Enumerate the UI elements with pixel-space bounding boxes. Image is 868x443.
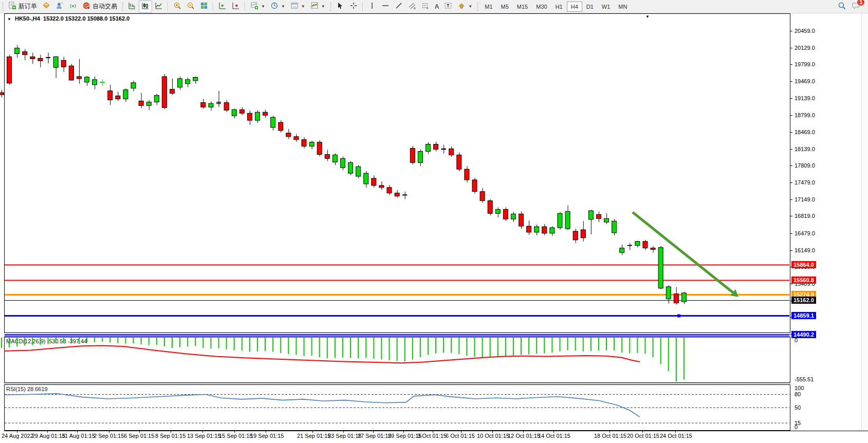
price-axis-label: 18139.0 (795, 146, 815, 152)
timeframe-button-d1[interactable]: D1 (582, 2, 598, 12)
candlestick-chart-button[interactable] (139, 1, 152, 13)
time-axis-tick (17, 431, 17, 433)
cursor-button[interactable] (334, 1, 347, 13)
new-chart-icon (250, 2, 258, 11)
timeframe-button-m1[interactable]: M1 (481, 2, 496, 12)
templates-dropdown[interactable]: ▼ (288, 1, 308, 13)
text-label-icon: T (444, 2, 452, 11)
bar-chart-icon (128, 2, 136, 11)
indicators-dropdown[interactable]: ▼ (308, 1, 328, 13)
timeframe-button-m30[interactable]: M30 (532, 2, 551, 12)
toolbar-grip[interactable] (330, 3, 331, 11)
time-axis-tick (47, 431, 48, 433)
arrows-icon (457, 2, 466, 11)
tile-windows-button[interactable] (197, 1, 211, 13)
trendline-icon (395, 2, 403, 11)
time-axis-tick (312, 431, 313, 433)
text-button[interactable]: A (432, 1, 442, 13)
price-axis-label: 19139.0 (795, 95, 815, 101)
price-axis-tick (790, 64, 792, 65)
chevron-down-icon: ▼ (321, 4, 325, 9)
profiles-dropdown[interactable]: ▼ (268, 1, 288, 13)
time-axis-tick (139, 431, 140, 433)
new-order-button[interactable]: 新订单 (6, 1, 40, 13)
market-watch-button[interactable] (40, 1, 53, 13)
macd-pane[interactable] (4, 337, 790, 383)
price-axis-tick (790, 48, 792, 48)
toolbar-separator (245, 2, 246, 11)
toolbar-grip[interactable] (122, 3, 123, 11)
chevron-down-icon: ▼ (301, 4, 305, 9)
indicators-icon (310, 2, 319, 11)
channel-icon: E (408, 2, 416, 11)
zoom-out-button[interactable] (184, 1, 197, 13)
pane-splitter[interactable] (4, 334, 790, 335)
gold-box-icon (42, 2, 50, 11)
price-axis-label: 17479.0 (795, 179, 815, 186)
time-axis-tick (642, 431, 643, 433)
rsi-pane[interactable] (4, 384, 790, 431)
toolbar-separator (213, 2, 214, 11)
timeframe-button-h1[interactable]: H1 (551, 2, 567, 12)
crosshair-button[interactable] (347, 1, 360, 13)
fibonacci-icon: F (421, 2, 430, 11)
price-tag-15162.0: 15162.0 (791, 297, 816, 304)
price-axis-tick (790, 81, 792, 82)
rsi-axis-label: 80 (795, 391, 801, 397)
timeframe-button-m15[interactable]: M15 (513, 2, 532, 12)
template-icon (290, 2, 299, 11)
price-axis-label: 19799.0 (795, 61, 815, 67)
zoom-in-icon (173, 2, 181, 11)
cursor-icon (336, 2, 344, 11)
timeframe-button-m5[interactable]: M5 (497, 2, 513, 12)
trendline-button[interactable] (392, 1, 405, 13)
signal-button[interactable] (66, 1, 80, 13)
line-chart-button[interactable] (152, 1, 165, 13)
chart-shift-button[interactable] (216, 1, 229, 13)
collapse-triangle-icon[interactable]: ▼ (7, 17, 11, 22)
fibonacci-button[interactable]: F (419, 1, 432, 13)
toolbar-separator (362, 2, 363, 11)
timeframe-button-h4[interactable]: H4 (567, 2, 582, 12)
price-axis-tick (790, 165, 792, 166)
toolbar-grip[interactable] (2, 3, 4, 11)
main-chart-pane[interactable] (4, 13, 790, 333)
zoom-in-button[interactable] (171, 1, 184, 13)
time-axis-tick (461, 431, 461, 433)
arrows-dropdown[interactable]: ▼ (455, 1, 475, 13)
timeframe-button-w1[interactable]: W1 (598, 2, 615, 12)
time-axis-label: 15 Sep 01:15 (219, 433, 252, 439)
vertical-line-button[interactable] (365, 1, 379, 13)
horizontal-line-button[interactable] (379, 1, 392, 13)
toolbar-grip[interactable] (477, 3, 478, 11)
search-icon[interactable] (838, 2, 846, 12)
pane-splitter[interactable] (4, 383, 790, 384)
window-right-edge (861, 13, 868, 443)
price-axis-tick (790, 132, 792, 133)
price-axis-label: 16149.0 (795, 247, 815, 253)
equidistant-channel-button[interactable]: E (405, 1, 419, 13)
profile-button[interactable] (53, 1, 66, 13)
time-axis-label: 6 Oct 01:15 (446, 433, 475, 439)
time-axis-tick (77, 431, 78, 433)
time-axis-label: 10 Oct 01:15 (477, 433, 509, 439)
auto-trading-button[interactable]: 自动交易 (80, 1, 120, 13)
auto-trading-icon (82, 2, 90, 11)
text-label-button[interactable]: T (441, 1, 455, 13)
price-axis-label: 20129.0 (795, 45, 815, 51)
bar-chart-button[interactable] (125, 1, 139, 13)
notifications-chat-icon[interactable]: 1 (852, 2, 861, 11)
time-axis-label: 2 Sep 01:15 (94, 433, 124, 439)
macd-axis-label: -555.51 (795, 376, 814, 382)
time-axis-tick (433, 431, 433, 433)
price-tag-15864.0: 15864.0 (791, 261, 816, 268)
time-axis-label: 29 Aug 01:15 (32, 433, 65, 439)
timeframe-button-mn[interactable]: MN (614, 2, 631, 12)
time-axis[interactable]: 24 Aug 202229 Aug 01:1531 Aug 01:152 Sep… (0, 431, 868, 443)
chevron-down-icon: ▼ (281, 4, 285, 9)
auto-scroll-button[interactable] (229, 1, 243, 13)
pane-splitter[interactable] (4, 336, 790, 336)
price-axis-tick (790, 250, 792, 251)
time-axis-label: 21 Sep 01:15 (297, 433, 330, 439)
new-chart-dropdown[interactable]: ▼ (248, 1, 268, 13)
